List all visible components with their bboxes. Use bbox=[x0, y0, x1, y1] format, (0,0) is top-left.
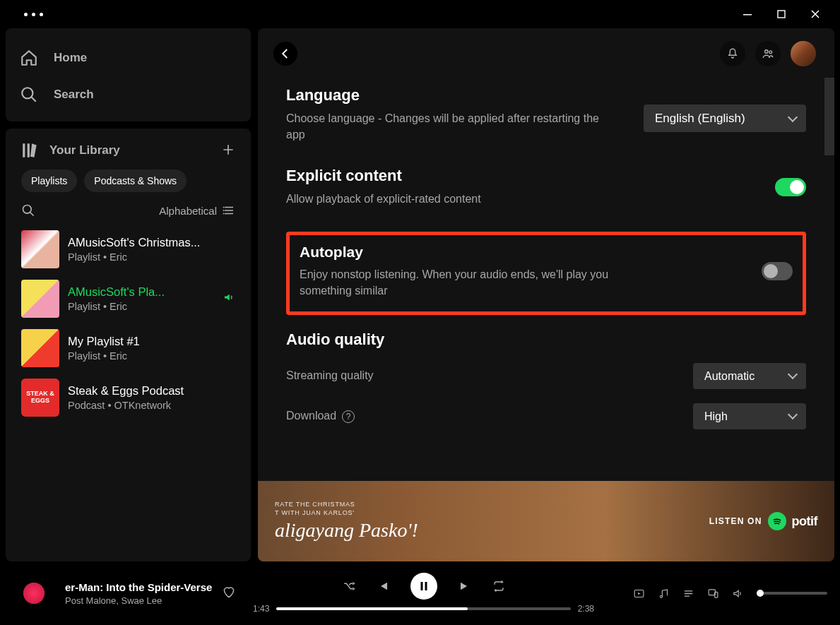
svg-point-12 bbox=[769, 51, 772, 54]
titlebar bbox=[0, 0, 840, 28]
svg-point-16 bbox=[660, 595, 662, 597]
nav-search[interactable]: Search bbox=[20, 76, 237, 113]
library-item-title: AMusicSoft's Christmas... bbox=[68, 236, 200, 249]
svg-point-2 bbox=[22, 88, 32, 98]
plus-icon bbox=[221, 143, 235, 157]
svg-point-11 bbox=[765, 50, 769, 54]
banner-listen: LISTEN ON bbox=[709, 516, 762, 526]
svg-rect-17 bbox=[709, 589, 715, 595]
next-button[interactable] bbox=[459, 580, 471, 593]
library-item-sub: Playlist • Eric bbox=[68, 251, 200, 263]
streaming-select[interactable]: Automatic bbox=[693, 363, 806, 389]
svg-rect-5 bbox=[28, 143, 30, 157]
previous-button[interactable] bbox=[377, 580, 389, 593]
progress-bar[interactable] bbox=[276, 607, 570, 610]
promo-banner[interactable]: RATE THE CHRISTMAS T WITH JUAN KARLOS' a… bbox=[258, 481, 834, 561]
library-item[interactable]: My Playlist #1Playlist • Eric bbox=[16, 323, 241, 373]
library-item[interactable]: AMusicSoft's Pla...Playlist • Eric bbox=[16, 274, 241, 323]
library-sort[interactable]: Alphabetical bbox=[159, 204, 235, 217]
help-icon[interactable]: ? bbox=[342, 410, 355, 423]
player-bar: er-Man: Into the Spider-Verse Post Malon… bbox=[0, 561, 840, 625]
explicit-desc: Allow playback of explicit-rated content bbox=[286, 191, 481, 207]
svg-point-6 bbox=[23, 206, 32, 214]
devices-button[interactable] bbox=[707, 588, 719, 600]
spotify-icon bbox=[768, 512, 786, 530]
notifications-button[interactable] bbox=[720, 41, 745, 66]
banner-pre1: RATE THE CHRISTMAS bbox=[275, 501, 418, 509]
playlist-thumb bbox=[21, 280, 59, 318]
filter-chip-playlists[interactable]: Playlists bbox=[21, 169, 77, 192]
library-sort-label: Alphabetical bbox=[159, 205, 217, 217]
svg-line-7 bbox=[30, 213, 34, 216]
svg-line-3 bbox=[31, 97, 36, 102]
user-avatar[interactable] bbox=[791, 41, 816, 66]
like-button[interactable] bbox=[222, 585, 236, 602]
autoplay-title: Autoplay bbox=[300, 244, 639, 261]
explicit-toggle[interactable] bbox=[775, 178, 806, 196]
app-menu-dots[interactable] bbox=[7, 13, 43, 16]
pause-icon bbox=[418, 580, 430, 593]
now-playing-view-button[interactable] bbox=[633, 588, 645, 600]
library-item-title: AMusicSoft's Pla... bbox=[68, 285, 165, 299]
banner-brand: potif bbox=[792, 514, 817, 529]
autoplay-desc: Enjoy nonstop listening. When your audio… bbox=[300, 266, 639, 299]
filter-chip-podcasts[interactable]: Podcasts & Shows bbox=[84, 169, 187, 192]
language-desc: Choose language - Changes will be applie… bbox=[286, 110, 611, 143]
volume-button[interactable] bbox=[732, 588, 744, 600]
nav-panel: Home Search bbox=[6, 28, 251, 121]
chevron-left-icon bbox=[279, 47, 292, 60]
library-add[interactable] bbox=[221, 141, 235, 160]
library-item-title: Steak & Eggs Podcast bbox=[68, 384, 184, 398]
play-pause-button[interactable] bbox=[410, 573, 437, 600]
library-search-icon[interactable] bbox=[21, 203, 35, 218]
now-playing-icon bbox=[223, 291, 235, 306]
svg-point-8 bbox=[223, 207, 225, 208]
audio-title: Audio quality bbox=[286, 331, 806, 349]
lyrics-button[interactable] bbox=[658, 588, 670, 600]
queue-button[interactable] bbox=[682, 588, 694, 600]
svg-point-9 bbox=[223, 210, 225, 211]
library-item-sub: Podcast • OTKnetwork bbox=[68, 400, 184, 411]
window-minimize[interactable] bbox=[743, 9, 752, 19]
svg-rect-0 bbox=[743, 14, 752, 16]
language-title: Language bbox=[286, 86, 611, 105]
library-item[interactable]: AMusicSoft's Christmas...Playlist • Eric bbox=[16, 225, 241, 274]
library-toggle[interactable]: Your Library bbox=[21, 141, 120, 160]
nav-home[interactable]: Home bbox=[20, 40, 237, 76]
nav-home-label: Home bbox=[54, 51, 87, 65]
banner-big: aligayang Pasko'! bbox=[275, 519, 418, 542]
track-title[interactable]: er-Man: Into the Spider-Verse bbox=[65, 581, 212, 593]
playlist-thumb bbox=[21, 230, 59, 268]
back-button[interactable] bbox=[273, 42, 297, 66]
time-elapsed: 1:43 bbox=[253, 604, 269, 614]
track-artist[interactable]: Post Malone, Swae Lee bbox=[65, 595, 212, 606]
svg-rect-14 bbox=[425, 582, 427, 590]
download-label: Download? bbox=[286, 410, 355, 423]
main-panel: Language Choose language - Changes will … bbox=[258, 28, 834, 561]
playlist-thumb bbox=[21, 329, 59, 367]
library-panel: Your Library Playlists Podcasts & Shows … bbox=[6, 129, 251, 561]
svg-rect-13 bbox=[420, 582, 422, 590]
explicit-title: Explicit content bbox=[286, 167, 481, 185]
window-close[interactable] bbox=[810, 9, 820, 19]
library-item-sub: Playlist • Eric bbox=[68, 350, 140, 362]
search-icon bbox=[20, 85, 38, 104]
shuffle-button[interactable] bbox=[343, 580, 355, 593]
library-item[interactable]: STEAK & EGGSSteak & Eggs PodcastPodcast … bbox=[16, 373, 241, 422]
language-select[interactable]: English (English) bbox=[644, 105, 806, 132]
svg-point-10 bbox=[223, 213, 225, 215]
window-maximize[interactable] bbox=[776, 9, 786, 19]
volume-bar[interactable] bbox=[757, 592, 827, 595]
nav-search-label: Search bbox=[54, 88, 94, 102]
download-select[interactable]: High bbox=[693, 403, 806, 429]
library-icon bbox=[21, 141, 40, 160]
list-icon bbox=[223, 204, 235, 217]
album-art[interactable] bbox=[13, 572, 55, 614]
bell-icon bbox=[726, 47, 739, 60]
friends-button[interactable] bbox=[755, 41, 781, 66]
autoplay-toggle[interactable] bbox=[762, 262, 793, 280]
streaming-label: Streaming quality bbox=[286, 369, 374, 382]
repeat-button[interactable] bbox=[492, 580, 505, 593]
people-icon bbox=[762, 47, 774, 60]
svg-rect-4 bbox=[23, 143, 25, 157]
